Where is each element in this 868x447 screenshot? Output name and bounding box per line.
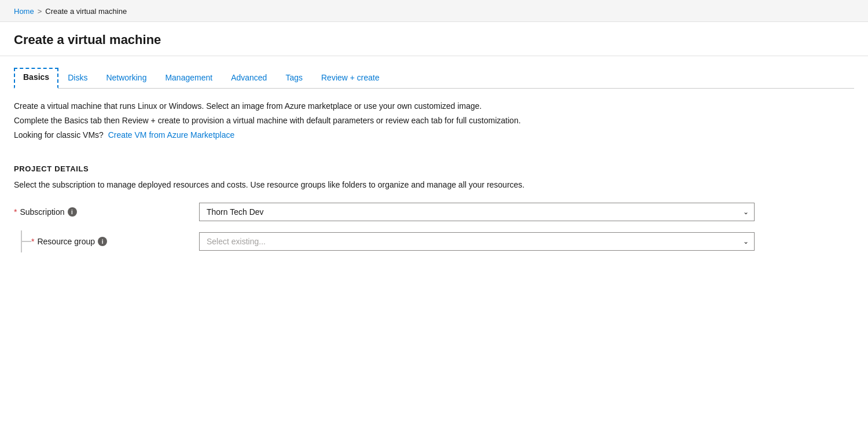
tabs-container: Basics Disks Networking Management Advan… — [14, 56, 854, 89]
description-line2: Complete the Basics tab then Review + cr… — [14, 115, 854, 127]
tab-review-create[interactable]: Review + create — [312, 68, 389, 88]
create-vm-marketplace-link[interactable]: Create VM from Azure Marketplace — [108, 130, 235, 140]
breadcrumb-separator: > — [38, 7, 42, 16]
breadcrumb-current: Create a virtual machine — [45, 7, 127, 16]
tab-management[interactable]: Management — [156, 68, 222, 88]
resource-group-label: Resource group — [37, 237, 95, 246]
main-content: Basics Disks Networking Management Advan… — [0, 56, 868, 252]
resource-group-row: * Resource group i Select existing... ⌄ — [14, 230, 854, 252]
subscription-label: Subscription — [20, 207, 64, 217]
indent-horizontal-line — [22, 241, 31, 242]
project-details-section: PROJECT DETAILS Select the subscription … — [14, 164, 854, 252]
page-title: Create a virtual machine — [14, 32, 854, 47]
subscription-row: * Subscription i Thorn Tech Dev ⌄ — [14, 203, 854, 221]
subscription-required-star: * — [14, 207, 17, 217]
tab-advanced[interactable]: Advanced — [222, 68, 276, 88]
tab-basics[interactable]: Basics — [14, 68, 58, 89]
indent-structure — [14, 230, 31, 252]
project-details-header: PROJECT DETAILS — [14, 164, 854, 173]
resource-group-dropdown[interactable]: Select existing... — [199, 232, 755, 251]
resource-group-info-icon[interactable]: i — [98, 237, 107, 246]
description-section: Create a virtual machine that runs Linux… — [14, 89, 854, 153]
breadcrumb-home-link[interactable]: Home — [14, 7, 34, 16]
tab-tags[interactable]: Tags — [276, 68, 312, 88]
subscription-dropdown[interactable]: Thorn Tech Dev — [199, 203, 755, 221]
subscription-info-icon[interactable]: i — [68, 207, 77, 217]
subscription-label-group: * Subscription i — [14, 207, 199, 217]
page-container: Home > Create a virtual machine Create a… — [0, 0, 868, 447]
breadcrumb: Home > Create a virtual machine — [0, 0, 868, 22]
page-header: Create a virtual machine — [0, 22, 868, 56]
resource-group-dropdown-container: Select existing... ⌄ — [199, 232, 755, 251]
resource-group-required-star: * — [31, 237, 34, 246]
tab-networking[interactable]: Networking — [97, 68, 156, 88]
subscription-dropdown-container: Thorn Tech Dev ⌄ — [199, 203, 755, 221]
tab-disks[interactable]: Disks — [58, 68, 97, 88]
subscription-control-wrapper: Thorn Tech Dev ⌄ — [199, 203, 755, 221]
project-details-description: Select the subscription to manage deploy… — [14, 179, 854, 191]
resource-group-control-wrapper: Select existing... ⌄ — [199, 232, 755, 251]
description-classic-vms: Looking for classic VMs? Create VM from … — [14, 129, 854, 141]
description-line1: Create a virtual machine that runs Linux… — [14, 100, 854, 112]
resource-group-label-group: * Resource group i — [31, 237, 199, 246]
classic-vms-text: Looking for classic VMs? — [14, 130, 104, 140]
